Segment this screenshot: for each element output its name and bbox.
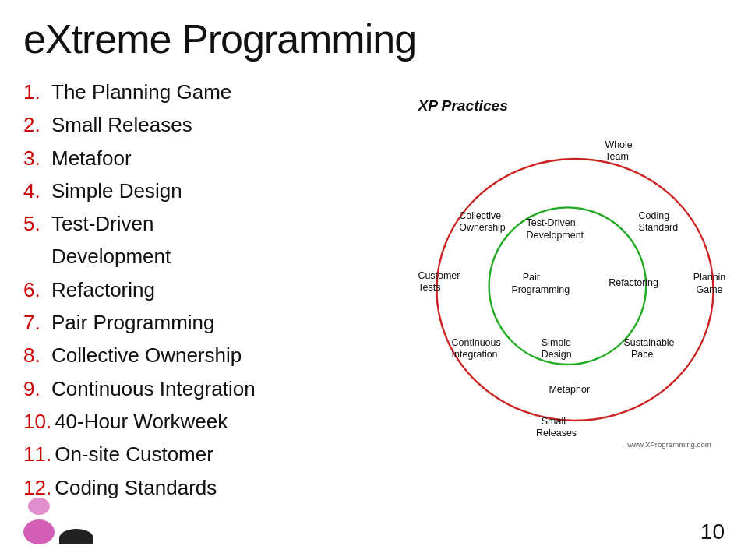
svg-text:Test-Driven: Test-Driven (527, 217, 576, 228)
item-number: 7. (23, 307, 48, 338)
practices-list: 1.The Planning Game2.Small Releases3.Met… (23, 76, 351, 505)
svg-text:Whole: Whole (605, 139, 632, 150)
item-number: 2. (23, 109, 48, 140)
svg-text:Pair: Pair (523, 272, 540, 283)
svg-text:Continuous: Continuous (452, 337, 501, 348)
item-label: Collective Ownership (51, 340, 242, 371)
list-item: 5.Test-Driven (23, 208, 351, 239)
svg-text:Metaphor: Metaphor (549, 384, 590, 395)
item-number: 4. (23, 175, 48, 206)
list-item: 9.Continuous Integration (23, 373, 351, 404)
item-label: 40-Hour Workweek (55, 406, 228, 437)
list-item: 8.Collective Ownership (23, 340, 351, 371)
svg-text:Design: Design (542, 349, 572, 360)
list-item: 6.Refactoring (23, 274, 351, 305)
svg-text:Programming: Programming (511, 284, 570, 295)
logo-circle-small (28, 498, 50, 515)
svg-text:Integration: Integration (452, 349, 498, 360)
list-item: 7.Pair Programming (23, 307, 351, 338)
svg-point-1 (436, 159, 713, 421)
svg-text:XP Practices: XP Practices (417, 97, 508, 114)
item-label: Metafoor (51, 143, 132, 174)
svg-text:Development: Development (527, 230, 584, 241)
xp-diagram: XP Practices Whole Team Collective Owner… (351, 69, 725, 474)
item-label: Pair Programming (51, 307, 215, 338)
list-item: 10.40-Hour Workweek (23, 406, 351, 437)
svg-text:Refactoring: Refactoring (609, 277, 658, 288)
item-label: Continuous Integration (51, 373, 256, 404)
logo-hat (59, 529, 94, 544)
svg-text:www.XProgramming.com: www.XProgramming.com (626, 440, 711, 449)
item-number: 3. (23, 143, 48, 174)
svg-text:Sustainable: Sustainable (623, 337, 674, 348)
item-label: Simple Design (51, 175, 182, 206)
item-number: 8. (23, 340, 48, 371)
list-item: Development (23, 241, 351, 272)
item-number: 9. (23, 373, 48, 404)
list-item: 11.On-site Customer (23, 438, 351, 470)
item-number: 11. (23, 438, 51, 470)
svg-text:Simple: Simple (542, 337, 571, 348)
svg-text:Coding: Coding (639, 210, 670, 221)
logo-circle-big (23, 519, 55, 544)
list-item: 4.Simple Design (23, 175, 351, 206)
list-item: 1.The Planning Game (23, 76, 351, 107)
list-item: 3.Metafoor (23, 143, 351, 174)
svg-text:Standard: Standard (639, 222, 679, 233)
item-label: Development (51, 241, 171, 272)
svg-text:Team: Team (605, 151, 629, 162)
bottom-area: 10 (23, 498, 725, 544)
item-number: 10. (23, 406, 51, 437)
slide-container: eXtreme Programming 1.The Planning Game2… (0, 0, 748, 560)
item-number: 1. (23, 76, 48, 107)
item-label: The Planning Game (51, 76, 231, 107)
svg-text:Pace: Pace (631, 349, 653, 360)
svg-text:Planning: Planning (693, 272, 725, 283)
item-label: Small Releases (51, 109, 192, 140)
svg-text:Customer: Customer (418, 270, 460, 281)
svg-text:Small: Small (542, 416, 566, 427)
item-number: 6. (23, 274, 48, 305)
page-number: 10 (700, 519, 725, 544)
svg-text:Releases: Releases (536, 428, 577, 438)
logo-area (23, 498, 94, 544)
list-item: 2.Small Releases (23, 109, 351, 140)
item-number: 5. (23, 208, 48, 239)
item-label: On-site Customer (55, 438, 213, 470)
svg-text:Game: Game (697, 284, 723, 295)
svg-text:Collective: Collective (459, 210, 501, 221)
item-label: Refactoring (51, 274, 155, 305)
svg-text:Tests: Tests (418, 282, 440, 293)
svg-text:Ownership: Ownership (459, 222, 506, 233)
content-area: 1.The Planning Game2.Small Releases3.Met… (23, 76, 725, 505)
slide-title: eXtreme Programming (23, 16, 725, 62)
item-label: Test-Driven (51, 208, 153, 239)
